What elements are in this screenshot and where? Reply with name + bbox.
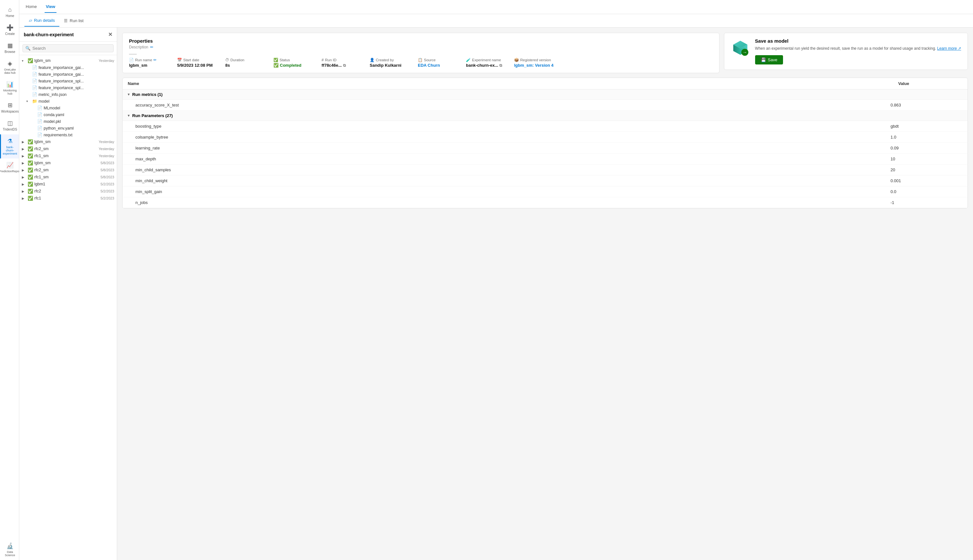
chevron-right-icon: ▶ xyxy=(22,154,26,158)
nav-monitoring[interactable]: 📊 Monitoring hub xyxy=(0,78,19,98)
nav-workspaces[interactable]: ⊞ Workspaces xyxy=(0,98,19,117)
tab-run-list[interactable]: ☰ Run list xyxy=(59,15,88,26)
table-row: n_jobs -1 xyxy=(123,197,968,208)
tree-file-mlmodel[interactable]: 📄 MLmodel xyxy=(19,105,117,111)
collapse-metrics-icon: ▾ xyxy=(128,92,130,97)
tree-run-rfc1-sm-2[interactable]: ▶ ✅ rfc1_sm 5/8/2023 xyxy=(19,173,117,180)
prop-start-date: 📅 Start date 5/9/2023 12:08 PM xyxy=(177,58,216,68)
chevron-right-icon: ▶ xyxy=(22,182,26,186)
file-icon: 📄 xyxy=(32,92,37,97)
table-row: min_child_weight 0.001 xyxy=(123,175,968,186)
tree-file-conda[interactable]: 📄 conda.yaml xyxy=(19,111,117,118)
section-run-parameters[interactable]: ▾ Run Parameters (27) xyxy=(123,111,968,121)
tree-run-lgbm-sm-1[interactable]: ▾ ✅ lgbm_sm Yesterday xyxy=(19,57,117,64)
tree-run-rfc1[interactable]: ▶ ✅ rfc1 5/2/2023 xyxy=(19,195,117,202)
tab-view[interactable]: View xyxy=(45,1,57,13)
save-button[interactable]: 💾 Save xyxy=(755,55,783,65)
description-row: Description ✏ xyxy=(129,45,713,49)
tree-file-2[interactable]: 📄 feature_importance_gai... xyxy=(19,71,117,78)
run-id-icon: # xyxy=(322,58,324,62)
create-icon: ➕ xyxy=(7,24,13,31)
browse-icon: ▦ xyxy=(7,42,13,49)
search-icon: 🔍 xyxy=(25,46,30,51)
tree-run-lgbm-sm-2[interactable]: ▶ ✅ lgbm_sm Yesterday xyxy=(19,138,117,145)
run-name-value: lgbm_sm xyxy=(129,63,167,68)
copy-exp-name-icon[interactable]: ⧉ xyxy=(499,63,502,68)
tab-home[interactable]: Home xyxy=(24,1,38,13)
save-icon: 💾 xyxy=(761,57,766,62)
registered-icon: 📦 xyxy=(514,58,519,62)
tree-file-metric[interactable]: 📄 metric_info.json xyxy=(19,91,117,98)
nav-prediction[interactable]: 📈 PredictionReport xyxy=(0,158,19,176)
edit-run-name-icon[interactable]: ✏ xyxy=(154,58,157,62)
tree-run-rfc2[interactable]: ▶ ✅ rfc2 5/2/2023 xyxy=(19,188,117,195)
view-tabs: ▱ Run details ☰ Run list xyxy=(19,14,973,28)
status-success-icon: ✅ xyxy=(28,139,33,144)
learn-more-link[interactable]: Learn more ↗ xyxy=(937,46,961,51)
tree-file-3[interactable]: 📄 feature_importance_spl... xyxy=(19,78,117,84)
metrics-table: Name Value ▾ Run metrics (1) accuracy_sc… xyxy=(122,78,968,208)
status-success-icon: ✅ xyxy=(28,153,33,158)
experiment-icon: ⚗ xyxy=(7,138,13,145)
chevron-right-icon: ▶ xyxy=(22,175,26,179)
nav-datascience[interactable]: 🔬 Data Science xyxy=(0,539,19,560)
nav-create[interactable]: ➕ Create xyxy=(0,21,19,39)
nav-tridentds[interactable]: ◫ TridentDS xyxy=(0,117,19,134)
nav-experiment[interactable]: ⚗ bank-churn-experiment xyxy=(0,134,19,158)
tree-run-rfc1-sm-1[interactable]: ▶ ✅ rfc1_sm Yesterday xyxy=(19,152,117,159)
file-icon: 📄 xyxy=(37,119,42,124)
content-area: bank-churn-experiment ✕ 🔍 ▾ ✅ lgbm_sm Ye… xyxy=(19,28,973,560)
registered-version-value[interactable]: lgbm_sm: Version 4 xyxy=(514,63,554,68)
nav-home[interactable]: ⌂ Home xyxy=(0,3,19,21)
tree-run-rfc2-sm-1[interactable]: ▶ ✅ rfc2_sm Yesterday xyxy=(19,145,117,152)
experiment-name-icon: 🧪 xyxy=(466,58,471,62)
nav-onelake[interactable]: ◈ OneLake data hub xyxy=(0,57,19,78)
status-success-icon: ✅ xyxy=(28,175,33,180)
chevron-right-icon: ▶ xyxy=(22,168,26,172)
tree-file-model-pkl[interactable]: 📄 model.pkl xyxy=(19,118,117,125)
edit-description-icon[interactable]: ✏ xyxy=(150,45,154,49)
prop-run-id: # Run ID ff78c46e... ⧉ xyxy=(322,58,360,68)
close-icon[interactable]: ✕ xyxy=(108,32,112,38)
tree-run-rfc2-sm-2[interactable]: ▶ ✅ rfc2_sm 5/8/2023 xyxy=(19,167,117,173)
status-success-icon: ✅ xyxy=(28,167,33,173)
file-icon: 📄 xyxy=(32,72,37,77)
properties-grid: 📄 Run name ✏ lgbm_sm 📅 Start date 5 xyxy=(129,58,713,68)
sidebar: bank-churn-experiment ✕ 🔍 ▾ ✅ lgbm_sm Ye… xyxy=(19,28,117,560)
duration-icon: ⏱ xyxy=(225,58,229,62)
tab-run-details[interactable]: ▱ Run details xyxy=(24,15,59,27)
file-icon: 📄 xyxy=(32,78,37,83)
source-icon: 📋 xyxy=(418,58,423,62)
experiment-name-value: bank-churn-ex... ⧉ xyxy=(466,63,504,68)
nav-browse[interactable]: ▦ Browse xyxy=(0,39,19,57)
save-model-title: Save as model xyxy=(755,38,961,43)
tridentds-icon: ◫ xyxy=(7,120,13,127)
chevron-down-icon: ▾ xyxy=(22,59,26,63)
table-row: min_split_gain 0.0 xyxy=(123,186,968,197)
run-list-icon: ☰ xyxy=(64,18,68,23)
folder-icon: 📁 xyxy=(32,99,37,103)
tree-file-python-env[interactable]: 📄 python_env.yaml xyxy=(19,125,117,132)
search-input[interactable] xyxy=(32,46,111,51)
tree-run-lgbm-sm-3[interactable]: ▶ ✅ lgbm_sm 5/8/2023 xyxy=(19,159,117,167)
tree-run-lgbm1[interactable]: ▶ ✅ lgbm1 5/2/2023 xyxy=(19,180,117,188)
tree-folder-model[interactable]: ▾ 📁 model xyxy=(19,98,117,105)
start-date-icon: 📅 xyxy=(177,58,182,62)
status-success-icon: ✅ xyxy=(28,188,33,194)
status-success-icon: ✅ xyxy=(28,196,33,201)
table-row: min_child_samples 20 xyxy=(123,165,968,175)
run-id-value: ff78c46e... ⧉ xyxy=(322,63,360,68)
section-run-metrics[interactable]: ▾ Run metrics (1) xyxy=(123,90,968,100)
divider xyxy=(129,54,137,55)
status-value: ✅ Completed xyxy=(274,63,312,68)
file-icon: 📄 xyxy=(32,65,37,70)
sidebar-header: bank-churn-experiment ✕ xyxy=(19,28,117,42)
tree-file-requirements[interactable]: 📄 requirements.txt xyxy=(19,132,117,138)
source-value[interactable]: EDA Churn xyxy=(418,63,456,68)
file-icon: 📄 xyxy=(37,112,42,117)
copy-run-id-icon[interactable]: ⧉ xyxy=(343,63,346,68)
tree-file-1[interactable]: 📄 feature_importance_gai... xyxy=(19,64,117,71)
properties-title: Properties xyxy=(129,38,713,43)
tree-file-4[interactable]: 📄 feature_importance_spl... xyxy=(19,84,117,91)
run-details-icon: ▱ xyxy=(29,18,32,23)
